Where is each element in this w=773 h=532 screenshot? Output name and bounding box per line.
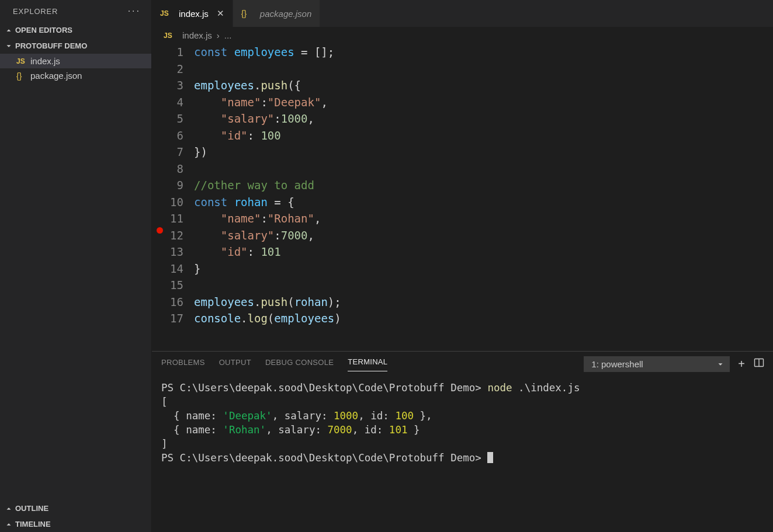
code-editor[interactable]: 1const employees = [];2 3employees.push(… [152,44,773,327]
folder-label: PROTOBUFF DEMO [15,41,87,50]
breadcrumb[interactable]: JS index.js › ... [152,27,773,44]
new-terminal-icon[interactable]: + [738,357,745,371]
code-content[interactable] [194,161,200,178]
js-file-icon: JS [164,32,178,40]
terminal-line: PS C:\Users\deepak.sood\Desktop\Code\Pro… [161,451,764,465]
code-line[interactable]: 2 [152,61,773,78]
breakpoint-gutter[interactable] [152,227,167,234]
terminal-line: { name: 'Rohan', salary: 7000, id: 101 } [161,423,764,437]
line-number: 17 [167,310,194,327]
code-content[interactable]: console.log(employees) [194,310,341,327]
line-number: 2 [167,61,194,78]
code-line[interactable]: 16employees.push(rohan); [152,294,773,311]
code-content[interactable]: const rohan = { [194,194,294,211]
code-content[interactable] [194,277,200,294]
panel-tab-terminal[interactable]: TERMINAL [348,357,387,371]
panel-tab-output[interactable]: OUTPUT [219,358,251,371]
code-content[interactable]: const employees = []; [194,44,334,61]
code-line[interactable]: 14} [152,260,773,277]
line-number: 5 [167,110,194,127]
code-line[interactable]: 11 "name":"Rohan", [152,210,773,227]
line-number: 14 [167,260,194,277]
line-number: 1 [167,44,194,61]
terminal-select-label: 1: powershell [591,359,643,369]
code-line[interactable]: 17console.log(employees) [152,310,773,327]
code-line[interactable]: 8 [152,161,773,178]
terminal-cursor [487,452,493,463]
code-content[interactable] [194,61,200,78]
line-number: 12 [167,227,194,244]
chevron-right-icon [5,26,15,34]
terminal-line: [ [161,395,764,409]
chevron-right-icon [5,520,15,528]
open-editors-section[interactable]: OPEN EDITORS [0,22,151,38]
code-line[interactable]: 3employees.push({ [152,77,773,94]
terminal-line: { name: 'Deepak', salary: 1000, id: 100 … [161,409,764,423]
code-line[interactable]: 1const employees = []; [152,44,773,61]
code-line[interactable]: 7}) [152,144,773,161]
folder-section[interactable]: PROTOBUFF DEMO [0,38,151,54]
bottom-panel: PROBLEMSOUTPUTDEBUG CONSOLETERMINAL 1: p… [152,351,773,532]
breakpoint-icon[interactable] [157,227,163,234]
chevron-down-icon [716,360,725,368]
line-number: 7 [167,144,194,161]
code-content[interactable]: }) [194,144,207,161]
editor-tabs: JSindex.js✕{}package.json [152,0,773,27]
explorer-sidebar: EXPLORER ··· OPEN EDITORS PROTOBUFF DEMO… [0,0,152,532]
tab-label: index.js [179,9,209,19]
code-line[interactable]: 9//other way to add [152,177,773,194]
terminal-line: ] [161,437,764,451]
timeline-label: TIMELINE [15,520,51,528]
timeline-section[interactable]: TIMELINE [0,516,151,532]
tab-label: package.json [260,9,311,19]
code-line[interactable]: 15 [152,277,773,294]
file-name: index.js [30,56,60,66]
line-number: 13 [167,244,194,260]
line-number: 16 [167,294,194,311]
code-content[interactable]: } [194,260,200,277]
explorer-title: EXPLORER [13,7,58,16]
explorer-more-icon[interactable]: ··· [128,6,141,16]
terminal-select[interactable]: 1: powershell [584,356,730,372]
line-number: 3 [167,77,194,94]
code-content[interactable]: "name":"Rohan", [194,210,321,227]
code-line[interactable]: 10const rohan = { [152,194,773,211]
close-icon[interactable]: ✕ [217,8,224,19]
json-file-icon: {} [241,9,255,18]
panel-tab-problems[interactable]: PROBLEMS [161,358,205,371]
code-content[interactable]: employees.push({ [194,77,301,94]
code-line[interactable]: 4 "name":"Deepak", [152,94,773,111]
js-file-icon: JS [160,9,174,18]
code-line[interactable]: 5 "salary":1000, [152,110,773,127]
code-content[interactable]: "id": 101 [194,244,281,260]
code-content[interactable]: //other way to add [194,177,314,194]
js-file-icon: JS [16,57,30,65]
line-number: 10 [167,194,194,211]
json-file-icon: {} [16,71,30,81]
outline-label: OUTLINE [15,504,48,513]
code-content[interactable]: "salary":1000, [194,110,314,127]
line-number: 4 [167,94,194,111]
code-line[interactable]: 13 "id": 101 [152,244,773,260]
breadcrumb-sep: › [217,30,220,40]
code-line[interactable]: 12 "salary":7000, [152,227,773,244]
line-number: 6 [167,127,194,144]
file-item-index-js[interactable]: JSindex.js [0,54,151,68]
code-content[interactable]: "name":"Deepak", [194,94,328,111]
tab-package-json[interactable]: {}package.json [233,0,320,27]
line-number: 9 [167,177,194,194]
code-line[interactable]: 6 "id": 100 [152,127,773,144]
terminal-output[interactable]: PS C:\Users\deepak.sood\Desktop\Code\Pro… [152,371,773,470]
panel-tab-debug-console[interactable]: DEBUG CONSOLE [265,358,334,371]
file-item-package-json[interactable]: {}package.json [0,68,151,83]
outline-section[interactable]: OUTLINE [0,500,151,516]
line-number: 11 [167,210,194,227]
code-content[interactable]: "salary":7000, [194,227,314,244]
terminal-line: PS C:\Users\deepak.sood\Desktop\Code\Pro… [161,381,764,395]
line-number: 15 [167,277,194,294]
tab-index-js[interactable]: JSindex.js✕ [152,0,233,27]
split-terminal-icon[interactable] [753,357,765,371]
breadcrumb-rest: ... [224,30,232,40]
code-content[interactable]: "id": 100 [194,127,281,144]
code-content[interactable]: employees.push(rohan); [194,294,341,311]
